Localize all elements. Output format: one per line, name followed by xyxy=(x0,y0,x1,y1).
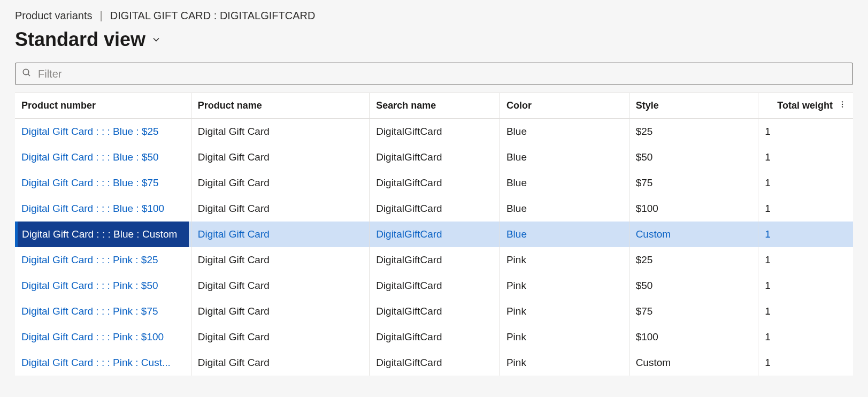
cell-product-number[interactable]: Digital Gift Card : : : Blue : $100 xyxy=(15,196,191,222)
cell-product-number[interactable]: Digital Gift Card : : : Pink : $25 xyxy=(15,247,191,273)
col-header-total-weight[interactable]: Total weight xyxy=(758,93,853,119)
cell-color[interactable]: Blue xyxy=(500,196,629,222)
svg-point-3 xyxy=(842,104,843,105)
cell-total-weight[interactable]: 1 xyxy=(758,144,853,170)
cell-total-weight[interactable]: 1 xyxy=(758,299,853,324)
product-number-link[interactable]: Digital Gift Card : : : Pink : $100 xyxy=(21,331,164,342)
cell-product-number[interactable]: Digital Gift Card : : : Blue : Custom xyxy=(15,222,191,247)
cell-color[interactable]: Pink xyxy=(500,273,629,299)
cell-product-number[interactable]: Digital Gift Card : : : Pink : $100 xyxy=(15,324,191,350)
cell-product-number[interactable]: Digital Gift Card : : : Blue : $75 xyxy=(15,170,191,196)
cell-product-name[interactable]: Digital Gift Card xyxy=(191,299,369,324)
col-header-search-name[interactable]: Search name xyxy=(370,93,500,119)
cell-product-name[interactable]: Digital Gift Card xyxy=(191,350,369,376)
cell-search-name[interactable]: DigitalGiftCard xyxy=(370,273,500,299)
cell-total-weight[interactable]: 1 xyxy=(758,273,853,299)
product-number-link[interactable]: Digital Gift Card : : : Pink : $25 xyxy=(21,254,158,265)
cell-color[interactable]: Pink xyxy=(500,299,629,324)
col-header-color[interactable]: Color xyxy=(500,93,629,119)
breadcrumb-section[interactable]: Product variants xyxy=(15,10,93,22)
cell-style[interactable]: $75 xyxy=(629,170,758,196)
cell-search-name[interactable]: DigitalGiftCard xyxy=(370,222,500,247)
cell-product-number[interactable]: Digital Gift Card : : : Blue : $50 xyxy=(15,144,191,170)
col-header-style[interactable]: Style xyxy=(629,93,758,119)
col-header-product-number[interactable]: Product number xyxy=(15,93,191,119)
table-row[interactable]: Digital Gift Card : : : Blue : $25Digita… xyxy=(15,119,853,144)
cell-style[interactable]: $50 xyxy=(629,273,758,299)
table-row[interactable]: Digital Gift Card : : : Pink : $75Digita… xyxy=(15,299,853,324)
table-row[interactable]: Digital Gift Card : : : Pink : Cust...Di… xyxy=(15,350,853,376)
cell-product-number[interactable]: Digital Gift Card : : : Pink : $50 xyxy=(15,273,191,299)
product-number-link[interactable]: Digital Gift Card : : : Pink : $75 xyxy=(21,306,158,317)
cell-style[interactable]: $50 xyxy=(629,144,758,170)
breadcrumb: Product variants | DIGITAL GIFT CARD : D… xyxy=(15,10,853,22)
grid-header-row: Product number Product name Search name … xyxy=(15,93,853,119)
product-number-link[interactable]: Digital Gift Card : : : Blue : $25 xyxy=(21,126,159,137)
cell-product-name[interactable]: Digital Gift Card xyxy=(191,119,369,144)
cell-color[interactable]: Blue xyxy=(500,144,629,170)
cell-product-number[interactable]: Digital Gift Card : : : Blue : $25 xyxy=(15,119,191,144)
view-switcher[interactable]: Standard view xyxy=(15,28,853,51)
table-row[interactable]: Digital Gift Card : : : Blue : CustomDig… xyxy=(15,222,853,247)
cell-total-weight[interactable]: 1 xyxy=(758,247,853,273)
cell-product-name[interactable]: Digital Gift Card xyxy=(191,247,369,273)
filter-box[interactable] xyxy=(15,63,853,85)
cell-style[interactable]: $75 xyxy=(629,299,758,324)
cell-product-number[interactable]: Digital Gift Card : : : Pink : Cust... xyxy=(15,350,191,376)
cell-style[interactable]: Custom xyxy=(629,222,758,247)
cell-product-number[interactable]: Digital Gift Card : : : Pink : $75 xyxy=(15,299,191,324)
product-number-link[interactable]: Digital Gift Card : : : Blue : Custom xyxy=(22,228,177,240)
cell-search-name[interactable]: DigitalGiftCard xyxy=(370,196,500,222)
cell-total-weight[interactable]: 1 xyxy=(758,119,853,144)
table-row[interactable]: Digital Gift Card : : : Pink : $50Digita… xyxy=(15,273,853,299)
cell-color[interactable]: Blue xyxy=(500,222,629,247)
filter-input[interactable] xyxy=(37,67,846,81)
cell-color[interactable]: Blue xyxy=(500,170,629,196)
cell-search-name[interactable]: DigitalGiftCard xyxy=(370,119,500,144)
cell-color[interactable]: Pink xyxy=(500,350,629,376)
product-number-link[interactable]: Digital Gift Card : : : Pink : $50 xyxy=(21,280,158,291)
cell-search-name[interactable]: DigitalGiftCard xyxy=(370,170,500,196)
cell-search-name[interactable]: DigitalGiftCard xyxy=(370,144,500,170)
product-number-link[interactable]: Digital Gift Card : : : Blue : $100 xyxy=(21,203,164,214)
table-row[interactable]: Digital Gift Card : : : Blue : $75Digita… xyxy=(15,170,853,196)
product-number-link[interactable]: Digital Gift Card : : : Pink : Cust... xyxy=(21,357,171,368)
cell-search-name[interactable]: DigitalGiftCard xyxy=(370,350,500,376)
cell-total-weight[interactable]: 1 xyxy=(758,196,853,222)
table-row[interactable]: Digital Gift Card : : : Blue : $100Digit… xyxy=(15,196,853,222)
cell-total-weight[interactable]: 1 xyxy=(758,170,853,196)
chevron-down-icon[interactable] xyxy=(151,34,162,45)
cell-style[interactable]: $25 xyxy=(629,119,758,144)
cell-product-name[interactable]: Digital Gift Card xyxy=(191,170,369,196)
cell-product-name[interactable]: Digital Gift Card xyxy=(191,324,369,350)
cell-product-name[interactable]: Digital Gift Card xyxy=(191,222,369,247)
cell-color[interactable]: Pink xyxy=(500,247,629,273)
more-vertical-icon[interactable] xyxy=(838,100,847,112)
cell-style[interactable]: $100 xyxy=(629,324,758,350)
cell-search-name[interactable]: DigitalGiftCard xyxy=(370,247,500,273)
cell-color[interactable]: Blue xyxy=(500,119,629,144)
breadcrumb-current: DIGITAL GIFT CARD : DIGITALGIFTCARD xyxy=(110,10,316,22)
svg-point-4 xyxy=(842,106,843,107)
cell-product-name[interactable]: Digital Gift Card xyxy=(191,273,369,299)
cell-product-name[interactable]: Digital Gift Card xyxy=(191,196,369,222)
table-row[interactable]: Digital Gift Card : : : Pink : $25Digita… xyxy=(15,247,853,273)
cell-total-weight[interactable]: 1 xyxy=(758,222,853,247)
product-number-link[interactable]: Digital Gift Card : : : Blue : $50 xyxy=(21,151,159,163)
col-header-total-weight-label: Total weight xyxy=(765,100,833,111)
cell-total-weight[interactable]: 1 xyxy=(758,350,853,376)
cell-search-name[interactable]: DigitalGiftCard xyxy=(370,324,500,350)
svg-line-1 xyxy=(28,74,30,76)
cell-product-name[interactable]: Digital Gift Card xyxy=(191,144,369,170)
col-header-product-name[interactable]: Product name xyxy=(191,93,369,119)
cell-style[interactable]: $100 xyxy=(629,196,758,222)
cell-style[interactable]: $25 xyxy=(629,247,758,273)
svg-point-0 xyxy=(23,69,29,75)
cell-style[interactable]: Custom xyxy=(629,350,758,376)
cell-total-weight[interactable]: 1 xyxy=(758,324,853,350)
table-row[interactable]: Digital Gift Card : : : Pink : $100Digit… xyxy=(15,324,853,350)
table-row[interactable]: Digital Gift Card : : : Blue : $50Digita… xyxy=(15,144,853,170)
cell-search-name[interactable]: DigitalGiftCard xyxy=(370,299,500,324)
cell-color[interactable]: Pink xyxy=(500,324,629,350)
product-number-link[interactable]: Digital Gift Card : : : Blue : $75 xyxy=(21,177,159,188)
